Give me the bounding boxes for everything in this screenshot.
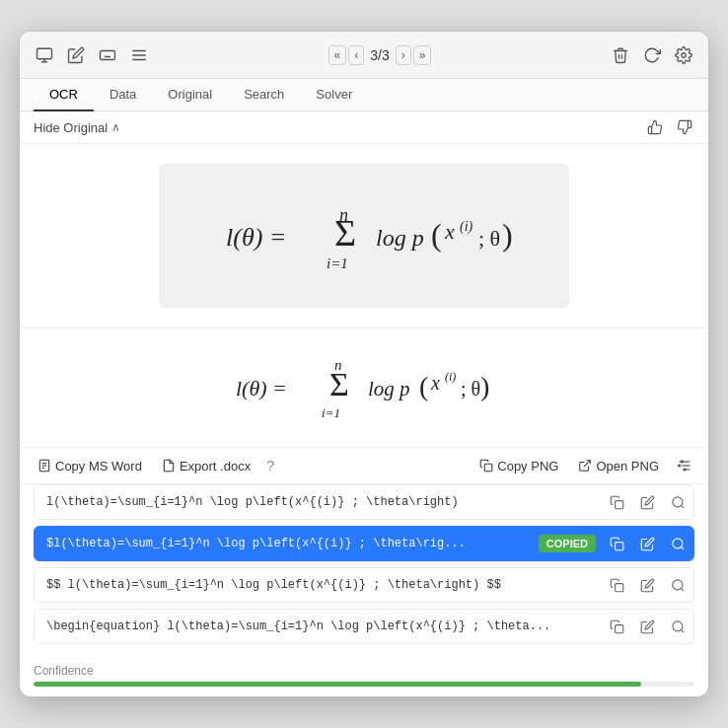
- confidence-bar: [34, 682, 641, 687]
- code-row-1: l(\theta)=\sum_{i=1}^n \log p\left(x^{(i…: [34, 484, 694, 520]
- copy-ms-word-button[interactable]: Copy MS Word: [34, 457, 146, 475]
- svg-text:l(θ) =: l(θ) =: [236, 376, 287, 400]
- export-docx-label: Export .docx: [180, 459, 251, 473]
- svg-line-56: [681, 629, 684, 632]
- svg-text:): ): [480, 371, 489, 401]
- svg-text:Σ: Σ: [334, 212, 356, 254]
- rendered-formula-area: l(θ) = n Σ i=1 log p ( x (i) ; θ ): [20, 328, 708, 448]
- edit-button-2[interactable]: [632, 529, 663, 559]
- svg-point-55: [673, 620, 683, 630]
- search-button-2[interactable]: [663, 529, 693, 559]
- nav-prev-button[interactable]: ‹: [348, 45, 364, 65]
- copy-button-4[interactable]: [602, 612, 632, 642]
- pencil-icon[interactable]: [65, 44, 87, 66]
- svg-text:; θ: ; θ: [478, 226, 500, 251]
- copy-button-1[interactable]: [602, 487, 632, 518]
- tab-ocr[interactable]: OCR: [34, 79, 94, 111]
- svg-rect-45: [616, 500, 623, 508]
- keyboard-icon[interactable]: [97, 44, 118, 66]
- tab-solver[interactable]: Solver: [300, 79, 368, 111]
- code-actions-3: [602, 570, 693, 601]
- open-png-button[interactable]: Open PNG: [574, 457, 663, 475]
- settings-icon[interactable]: [673, 44, 694, 66]
- thumbs-down-button[interactable]: [675, 117, 694, 137]
- nav-next-button[interactable]: ›: [396, 45, 411, 65]
- search-button-3[interactable]: [663, 570, 693, 601]
- svg-rect-51: [616, 583, 623, 591]
- svg-text:x: x: [444, 219, 455, 244]
- tab-search[interactable]: Search: [228, 79, 300, 111]
- nav-last-button[interactable]: »: [413, 45, 432, 65]
- titlebar-center: « ‹ 3/3 › »: [328, 45, 432, 65]
- svg-point-44: [684, 469, 686, 471]
- code-actions-2: [602, 529, 693, 559]
- svg-point-52: [673, 579, 683, 589]
- refresh-icon[interactable]: [641, 44, 663, 66]
- edit-button-3[interactable]: [632, 570, 663, 601]
- svg-line-47: [681, 505, 684, 508]
- copy-png-label: Copy PNG: [497, 459, 558, 473]
- svg-point-42: [679, 465, 681, 467]
- svg-text:(i): (i): [460, 219, 473, 235]
- edit-button-1[interactable]: [632, 487, 663, 518]
- formula-image-box: l(θ) = n Σ i=1 log p ( x (i) ; θ ): [159, 164, 569, 308]
- code-text-1: l(\theta)=\sum_{i=1}^n \log p\left(x^{(i…: [35, 485, 602, 519]
- confidence-bar-bg: [34, 682, 694, 687]
- hide-original-bar: Hide Original ∧: [20, 111, 708, 144]
- titlebar: « ‹ 3/3 › »: [20, 32, 708, 79]
- code-list: l(\theta)=\sum_{i=1}^n \log p\left(x^{(i…: [20, 484, 708, 658]
- code-text-4: \begin{equation} l(\theta)=\sum_{i=1}^n …: [35, 610, 602, 643]
- svg-text:log p: log p: [376, 225, 424, 251]
- rendered-formula-svg: l(θ) = n Σ i=1 log p ( x (i) ; θ ): [226, 348, 502, 427]
- action-right: Copy PNG Open PNG: [475, 456, 694, 475]
- svg-text:i=1: i=1: [322, 405, 340, 420]
- nav-next-group: › »: [396, 45, 432, 65]
- svg-rect-48: [616, 542, 623, 549]
- search-button-4[interactable]: [663, 612, 693, 642]
- hide-original-label: Hide Original: [34, 120, 108, 135]
- svg-point-43: [681, 461, 683, 463]
- copy-ms-word-label: Copy MS Word: [55, 459, 142, 473]
- svg-text:): ): [502, 217, 513, 253]
- code-text-2: $l(\theta)=\sum_{i=1}^n \log p\left(x^{(…: [35, 527, 539, 560]
- confidence-label: Confidence: [34, 664, 694, 678]
- svg-point-12: [682, 52, 687, 57]
- svg-rect-37: [485, 464, 493, 472]
- svg-line-38: [584, 461, 590, 467]
- svg-point-49: [673, 538, 683, 547]
- page-indicator: 3/3: [370, 47, 389, 63]
- nav-first-button[interactable]: «: [328, 45, 347, 65]
- screen-icon[interactable]: [34, 44, 55, 66]
- thumbs-up-button[interactable]: [645, 117, 665, 137]
- original-formula-area: l(θ) = n Σ i=1 log p ( x (i) ; θ ): [20, 144, 708, 328]
- hide-original-button[interactable]: Hide Original ∧: [34, 120, 120, 135]
- chevron-up-icon: ∧: [111, 120, 120, 134]
- edit-button-4[interactable]: [632, 612, 663, 642]
- action-bar: Copy MS Word Export .docx ? Copy PNG: [20, 448, 708, 484]
- open-png-label: Open PNG: [596, 459, 659, 473]
- search-button-1[interactable]: [663, 487, 693, 518]
- code-text-3: $$ l(\theta)=\sum_{i=1}^n \log p\left(x^…: [35, 568, 602, 602]
- tab-bar: OCR Data Original Search Solver: [20, 79, 708, 111]
- svg-point-46: [673, 496, 683, 506]
- help-icon[interactable]: ?: [266, 458, 274, 473]
- trash-icon[interactable]: [610, 44, 631, 66]
- tab-original[interactable]: Original: [152, 79, 228, 111]
- copy-png-button[interactable]: Copy PNG: [475, 457, 562, 475]
- svg-rect-0: [37, 48, 52, 59]
- svg-rect-54: [616, 624, 623, 632]
- svg-text:(: (: [431, 217, 442, 253]
- svg-text:Σ: Σ: [329, 366, 349, 402]
- action-settings-icon[interactable]: [675, 456, 694, 475]
- export-docx-button[interactable]: Export .docx: [158, 457, 255, 475]
- titlebar-left: [34, 44, 150, 66]
- nav-prev-group: « ‹: [328, 45, 365, 65]
- copy-button-2[interactable]: [602, 529, 632, 559]
- main-window: « ‹ 3/3 › »: [19, 31, 709, 697]
- svg-line-53: [681, 588, 684, 591]
- copy-button-3[interactable]: [602, 570, 632, 601]
- tab-data[interactable]: Data: [94, 79, 152, 111]
- copied-badge: COPIED: [539, 535, 596, 552]
- menu-icon[interactable]: [128, 44, 150, 66]
- svg-rect-3: [101, 50, 115, 59]
